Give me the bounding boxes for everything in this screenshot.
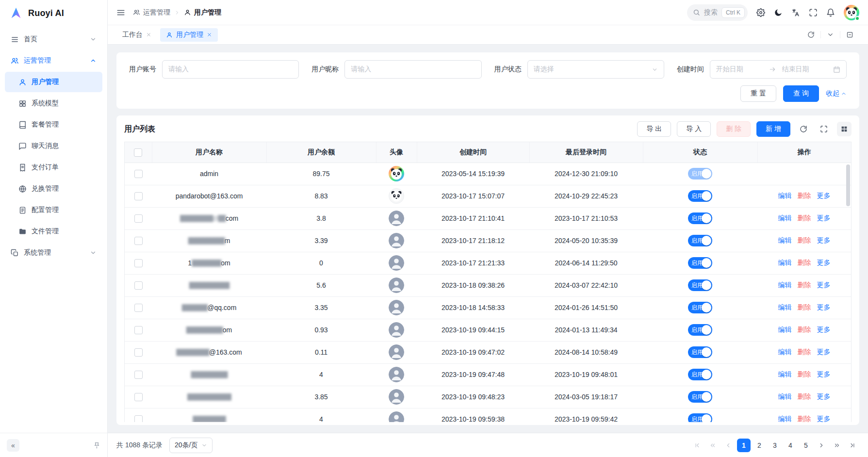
row-checkbox[interactable]	[134, 348, 143, 357]
status-toggle[interactable]: 启用	[688, 235, 712, 246]
more-link[interactable]: 更多	[817, 392, 831, 400]
edit-link[interactable]: 编辑	[778, 214, 792, 222]
delete-link[interactable]: 删除	[798, 214, 811, 222]
delete-link[interactable]: 删除	[798, 236, 811, 244]
delete-link[interactable]: 删除	[798, 192, 811, 199]
user-avatar[interactable]	[844, 5, 859, 20]
status-toggle[interactable]: 启用	[688, 346, 712, 358]
jump-forward-button[interactable]	[830, 439, 844, 452]
edit-link[interactable]: 编辑	[778, 303, 792, 311]
edit-link[interactable]: 编辑	[778, 348, 792, 356]
column-settings-icon[interactable]	[837, 122, 852, 136]
delete-link[interactable]: 删除	[798, 326, 811, 333]
sidebar-item-user-management[interactable]: 用户管理	[5, 72, 102, 92]
row-checkbox[interactable]	[134, 415, 143, 422]
status-toggle[interactable]: 启用	[688, 302, 712, 313]
status-toggle[interactable]: 启用	[688, 190, 712, 202]
edit-link[interactable]: 编辑	[778, 370, 792, 378]
status-toggle[interactable]: 启用	[688, 324, 712, 336]
edit-link[interactable]: 编辑	[778, 392, 792, 400]
more-link[interactable]: 更多	[817, 236, 831, 244]
sidebar-item-home[interactable]: 首页	[5, 29, 102, 49]
delete-link[interactable]: 删除	[798, 392, 811, 400]
more-link[interactable]: 更多	[817, 303, 831, 311]
more-link[interactable]: 更多	[817, 192, 831, 199]
row-checkbox[interactable]	[134, 326, 143, 334]
sidebar-item-system-model[interactable]: 系统模型	[5, 93, 102, 114]
sidebar-item-chat-messages[interactable]: 聊天消息	[5, 136, 102, 156]
more-link[interactable]: 更多	[817, 281, 831, 289]
page-1[interactable]: 1	[737, 439, 751, 452]
nickname-input[interactable]: 请输入	[344, 60, 481, 79]
add-button[interactable]: 新 增	[756, 121, 790, 137]
more-link[interactable]: 更多	[817, 259, 831, 266]
delete-link[interactable]: 删除	[798, 259, 811, 266]
delete-link[interactable]: 删除	[798, 415, 811, 422]
fullscreen-icon[interactable]	[809, 8, 818, 17]
refresh-icon[interactable]	[802, 31, 820, 38]
date-range-input[interactable]: 开始日期 结束日期	[710, 60, 847, 79]
prev-page-button[interactable]	[721, 439, 735, 452]
more-link[interactable]: 更多	[817, 370, 831, 378]
more-link[interactable]: 更多	[817, 348, 831, 356]
edit-link[interactable]: 编辑	[778, 326, 792, 333]
row-checkbox[interactable]	[134, 393, 143, 401]
edit-link[interactable]: 编辑	[778, 415, 792, 422]
status-toggle[interactable]: 启用	[688, 168, 712, 180]
notifications-icon[interactable]	[826, 8, 835, 17]
sidebar-item-file-management[interactable]: 文件管理	[5, 221, 102, 242]
row-checkbox[interactable]	[134, 259, 143, 267]
locale-icon[interactable]	[791, 8, 800, 17]
global-search[interactable]: 搜索 Ctrl K	[687, 4, 748, 21]
breadcrumb-operations[interactable]: 运营管理	[133, 8, 170, 17]
page-5[interactable]: 5	[799, 439, 813, 452]
chevron-down-icon[interactable]	[820, 31, 840, 38]
table-fullscreen-icon[interactable]	[817, 122, 831, 136]
delete-link[interactable]: 删除	[798, 370, 811, 378]
page-3[interactable]: 3	[768, 439, 782, 452]
last-page-button[interactable]	[846, 439, 859, 452]
status-toggle[interactable]: 启用	[688, 369, 712, 380]
settings-icon[interactable]	[756, 8, 765, 17]
status-toggle[interactable]: 启用	[688, 413, 712, 422]
row-checkbox[interactable]	[134, 304, 143, 312]
menu-toggle-icon[interactable]	[116, 8, 125, 17]
sidebar-item-exchange-management[interactable]: 兑换管理	[5, 179, 102, 199]
sidebar-collapse-button[interactable]: «	[7, 439, 19, 452]
export-button[interactable]: 导 出	[637, 121, 671, 137]
tab-user-management[interactable]: 用户管理	[160, 28, 218, 42]
vertical-scrollbar[interactable]	[846, 164, 850, 206]
row-checkbox[interactable]	[134, 237, 143, 245]
edit-link[interactable]: 编辑	[778, 236, 792, 244]
row-checkbox[interactable]	[134, 170, 143, 178]
delete-link[interactable]: 删除	[798, 348, 811, 356]
row-checkbox[interactable]	[134, 281, 143, 290]
edit-link[interactable]: 编辑	[778, 281, 792, 289]
edit-link[interactable]: 编辑	[778, 192, 792, 199]
more-link[interactable]: 更多	[817, 214, 831, 222]
row-checkbox[interactable]	[134, 214, 143, 223]
theme-toggle-icon[interactable]	[774, 8, 783, 17]
tab-workbench[interactable]: 工作台	[116, 28, 157, 42]
row-checkbox[interactable]	[134, 371, 143, 379]
breadcrumb-user-management[interactable]: 用户管理	[184, 8, 221, 17]
sidebar-item-config-management[interactable]: 配置管理	[5, 200, 102, 220]
refresh-table-icon[interactable]	[796, 122, 811, 136]
reset-button[interactable]: 重 置	[740, 85, 776, 102]
status-toggle[interactable]: 启用	[688, 257, 712, 269]
edit-link[interactable]: 编辑	[778, 259, 792, 266]
close-icon[interactable]	[207, 32, 212, 37]
page-4[interactable]: 4	[784, 439, 797, 452]
status-toggle[interactable]: 启用	[688, 212, 712, 224]
import-button[interactable]: 导 入	[677, 121, 711, 137]
page-size-select[interactable]: 20条/页	[169, 438, 213, 453]
jump-back-button[interactable]	[706, 439, 720, 452]
fit-icon[interactable]	[840, 31, 859, 38]
status-toggle[interactable]: 启用	[688, 391, 712, 403]
more-link[interactable]: 更多	[817, 415, 831, 422]
account-input[interactable]: 请输入	[162, 60, 299, 79]
select-all-checkbox[interactable]	[134, 148, 142, 157]
sidebar-item-system-management[interactable]: 系统管理	[5, 243, 102, 263]
pin-icon[interactable]	[93, 441, 100, 449]
delete-button[interactable]: 删 除	[717, 121, 751, 137]
